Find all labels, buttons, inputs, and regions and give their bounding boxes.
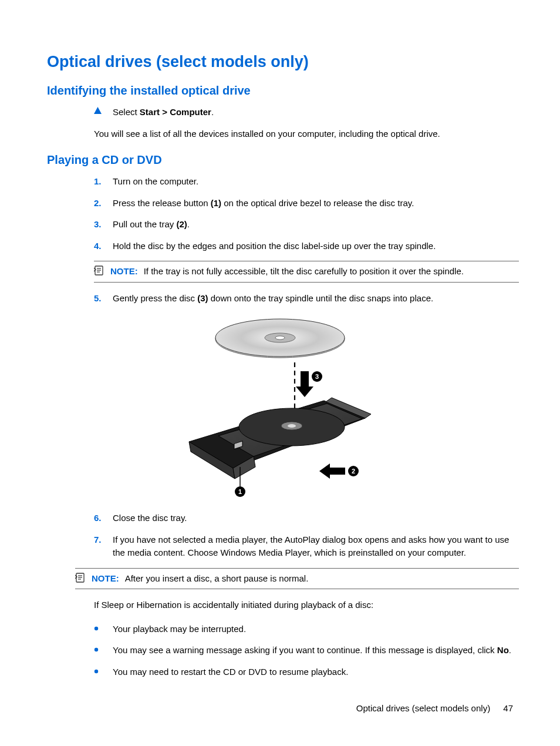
step-number: 3. xyxy=(94,218,113,231)
text: . xyxy=(509,645,511,655)
playing-steps: 1. Turn on the computer. 2. Press the re… xyxy=(94,175,519,253)
svg-marker-0 xyxy=(94,107,102,114)
text: Pull out the tray xyxy=(113,219,176,229)
note-text: If the tray is not fully accessible, til… xyxy=(144,266,464,276)
identify-step: Select Start > Computer. xyxy=(94,106,519,119)
triangle-icon xyxy=(94,106,113,114)
text: Select xyxy=(113,107,140,117)
identify-steps: Select Start > Computer. xyxy=(94,106,519,119)
footer-section: Optical drives (select models only) xyxy=(356,703,490,713)
step-text: Pull out the tray (2). xyxy=(113,218,519,231)
bold-text: No xyxy=(497,645,509,655)
step-text: Press the release button (1) on the opti… xyxy=(113,197,519,210)
bullet-text: You may need to restart the CD or DVD to… xyxy=(113,666,519,679)
bullet-text: Your playback may be interrupted. xyxy=(113,623,519,636)
svg-point-17 xyxy=(288,424,296,428)
svg-point-33 xyxy=(95,669,98,673)
text: You may see a warning message asking if … xyxy=(113,645,497,655)
bullet-icon xyxy=(94,644,113,652)
svg-point-8 xyxy=(275,336,285,340)
playing-steps-cont: 5. Gently press the disc (3) down onto t… xyxy=(94,292,519,305)
note-icon xyxy=(94,265,110,276)
section-heading-identifying: Identifying the installed optical drive xyxy=(47,84,519,98)
step-text: Turn on the computer. xyxy=(113,175,519,189)
note-icon xyxy=(75,572,92,583)
note-label: NOTE: xyxy=(92,573,119,583)
step-number: 4. xyxy=(94,240,113,253)
list-item: 2. Press the release button (1) on the o… xyxy=(94,197,519,210)
sleep-intro: If Sleep or Hibernation is accidentally … xyxy=(94,599,519,612)
identify-followup: You will see a list of all the devices i… xyxy=(94,127,519,141)
note-content: NOTE:After you insert a disc, a short pa… xyxy=(92,572,519,586)
text: Gently press the disc xyxy=(113,293,197,303)
note-box: NOTE:After you insert a disc, a short pa… xyxy=(75,568,519,590)
note-box: NOTE:If the tray is not fully accessible… xyxy=(94,261,519,283)
bold-text: (1) xyxy=(211,198,221,208)
page-title: Optical drives (select models only) xyxy=(47,53,519,71)
text: . xyxy=(187,219,190,229)
list-item: 4. Hold the disc by the edges and positi… xyxy=(94,240,519,253)
step-text: Hold the disc by the edges and position … xyxy=(113,240,519,253)
svg-point-32 xyxy=(95,648,98,651)
step-number: 5. xyxy=(94,292,113,305)
text: on the optical drive bezel to release th… xyxy=(221,198,414,208)
svg-rect-10 xyxy=(301,371,309,387)
list-item: 1. Turn on the computer. xyxy=(94,175,519,189)
section-heading-playing: Playing a CD or DVD xyxy=(47,153,519,167)
list-item: 5. Gently press the disc (3) down onto t… xyxy=(94,292,519,305)
step-text: Close the disc tray. xyxy=(113,512,519,525)
bold-text: (3) xyxy=(197,293,208,303)
list-item: You may see a warning message asking if … xyxy=(94,644,519,657)
list-item: You may need to restart the CD or DVD to… xyxy=(94,666,519,679)
bullet-icon xyxy=(94,623,113,631)
callout-3: 3 xyxy=(315,373,319,380)
note-content: NOTE:If the tray is not fully accessible… xyxy=(110,265,519,278)
step-number: 6. xyxy=(94,512,113,525)
svg-rect-23 xyxy=(330,468,345,475)
list-item: Your playback may be interrupted. xyxy=(94,623,519,636)
callout-1: 1 xyxy=(238,488,242,495)
step-text: Gently press the disc (3) down onto the … xyxy=(113,292,519,305)
bold-text: Start > Computer xyxy=(140,107,211,117)
svg-point-31 xyxy=(95,626,98,630)
callout-2: 2 xyxy=(352,468,355,475)
sleep-bullets: Your playback may be interrupted. You ma… xyxy=(94,623,519,679)
list-item: 6. Close the disc tray. xyxy=(94,512,519,525)
bullet-text: You may see a warning message asking if … xyxy=(113,644,519,657)
list-item: 3. Pull out the tray (2). xyxy=(94,218,519,231)
text: Press the release button xyxy=(113,198,211,208)
text: . xyxy=(211,107,214,117)
text: down onto the tray spindle until the dis… xyxy=(208,293,434,303)
bullet-icon xyxy=(94,666,113,674)
page-footer: Optical drives (select models only) 47 xyxy=(356,703,513,713)
svg-marker-11 xyxy=(296,387,313,397)
playing-steps-cont-2: 6. Close the disc tray. 7. If you have n… xyxy=(94,512,519,560)
step-number: 1. xyxy=(94,175,113,189)
note-label: NOTE: xyxy=(110,266,138,276)
step-number: 2. xyxy=(94,197,113,210)
list-item: 7. If you have not selected a media play… xyxy=(94,533,519,560)
step-text: If you have not selected a media player,… xyxy=(113,533,519,560)
step-number: 7. xyxy=(94,533,113,547)
svg-marker-22 xyxy=(319,463,330,479)
bold-text: (2) xyxy=(176,219,187,229)
note-text: After you insert a disc, a short pause i… xyxy=(125,573,309,583)
footer-page-number: 47 xyxy=(503,703,513,713)
optical-drive-illustration: 3 2 1 xyxy=(47,315,519,498)
identify-step-text: Select Start > Computer. xyxy=(113,106,519,119)
